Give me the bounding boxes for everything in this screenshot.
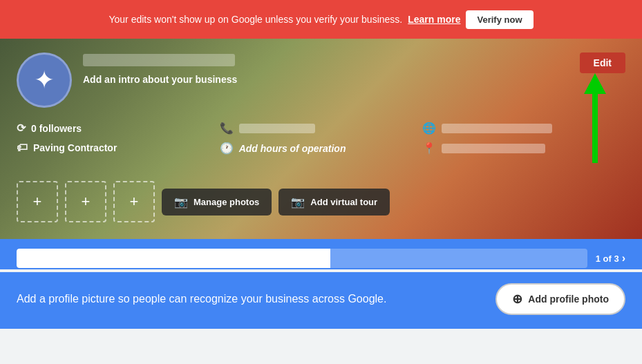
category-stat: 🏷 Paving Contractor	[17, 142, 220, 154]
followers-icon: ⟳	[17, 122, 26, 135]
category-icon: 🏷	[17, 142, 28, 154]
progress-row: Your profile is 55% complete! 1 of 3 ›	[17, 247, 625, 269]
stats-row: ⟳ 0 followers 🏷 Paving Contractor 📞 🕐 Ad…	[17, 122, 625, 155]
add-virtual-tour-label: Add virtual tour	[310, 197, 377, 207]
avatar: ✦	[17, 52, 72, 108]
phone-icon: 📞	[220, 122, 234, 135]
profile-card: ✦ Add an intro about your business Edit …	[0, 39, 642, 239]
stat-col-1: 📞 🕐 Add hours of operation	[220, 122, 423, 155]
manage-photos-label: Manage photos	[193, 197, 259, 207]
arrow-shaft	[592, 94, 598, 163]
add-virtual-tour-button[interactable]: 📷 Add virtual tour	[278, 189, 390, 215]
avatar-icon: ✦	[34, 66, 55, 95]
category-text: Paving Contractor	[33, 142, 117, 153]
page-counter: 1 of 3 ›	[596, 252, 625, 265]
business-intro: Add an intro about your business	[83, 74, 237, 85]
page-current: 1 of 3	[596, 253, 619, 264]
add-photo-box-2[interactable]: +	[65, 181, 106, 222]
edit-button[interactable]: Edit	[580, 52, 625, 73]
virtual-tour-icon: 📷	[291, 195, 305, 209]
verify-message: Your edits won't show up on Google unles…	[108, 14, 402, 25]
business-info: Add an intro about your business	[83, 54, 559, 86]
green-arrow	[584, 73, 606, 163]
phone-stat: 📞	[220, 122, 423, 135]
add-hours-text: Add hours of operation	[239, 143, 346, 154]
camera-icon: 📷	[174, 195, 188, 209]
followers-stat: ⟳ 0 followers	[17, 122, 220, 135]
progress-label: Your profile is 55% complete!	[23, 253, 149, 264]
address-icon: 📍	[422, 142, 436, 155]
progress-bar: Your profile is 55% complete!	[17, 249, 587, 268]
address-blur	[442, 144, 545, 153]
stat-col-0: ⟳ 0 followers 🏷 Paving Contractor	[17, 122, 220, 155]
progress-section: Your profile is 55% complete! 1 of 3 ›	[0, 239, 642, 269]
phone-blur	[239, 124, 315, 133]
add-photo-box-3[interactable]: +	[113, 181, 155, 222]
business-name-blur	[83, 54, 235, 66]
photo-row: + + + 📷 Manage photos 📷 Add virtual tour	[17, 181, 390, 222]
add-photo-circle-icon: ⊕	[512, 291, 522, 307]
verify-banner: Your edits won't show up on Google unles…	[0, 0, 642, 39]
website-blur	[442, 124, 552, 133]
learn-more-link[interactable]: Learn more	[408, 14, 460, 25]
website-icon: 🌐	[422, 122, 436, 135]
verify-now-button[interactable]: Verify now	[466, 10, 533, 29]
suggestion-text: Add a profile picture so people can reco…	[17, 291, 386, 307]
progress-text-overlay: Your profile is 55% complete!	[17, 249, 23, 268]
add-profile-photo-button[interactable]: ⊕ Add profile photo	[495, 283, 625, 315]
add-photo-box-1[interactable]: +	[17, 181, 58, 222]
followers-text: 0 followers	[31, 123, 82, 134]
suggestion-section: Add a profile picture so people can reco…	[0, 272, 642, 329]
add-profile-photo-label: Add profile photo	[528, 294, 609, 305]
arrow-head	[584, 73, 606, 94]
hours-stat[interactable]: 🕐 Add hours of operation	[220, 142, 423, 155]
hours-icon: 🕐	[220, 142, 234, 155]
chevron-right-icon[interactable]: ›	[622, 252, 625, 265]
manage-photos-button[interactable]: 📷 Manage photos	[162, 189, 272, 215]
